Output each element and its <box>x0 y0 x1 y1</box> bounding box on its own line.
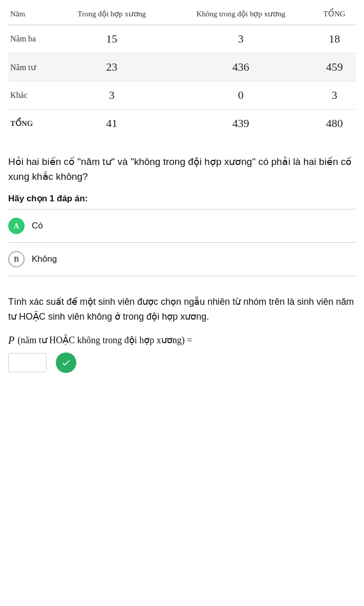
question-text: Hỏi hai biến cố "năm tư" và "không trong… <box>8 155 356 184</box>
row-label-1: Năm tư <box>8 53 55 81</box>
col-header-nam: Năm <box>8 5 55 25</box>
table-section: Năm Trong đội hợp xương Không trong đội … <box>0 0 364 142</box>
option-b-text: Không <box>32 254 57 264</box>
table-row: Khác 3 0 3 <box>8 81 356 110</box>
table-footer-row: TỔNG 41 439 480 <box>8 110 356 138</box>
row-col2-0: 3 <box>168 25 313 53</box>
table-row: Năm tư 23 436 459 <box>8 53 356 81</box>
option-b-badge: B <box>8 251 25 267</box>
footer-col1: 41 <box>55 110 168 138</box>
check-icon <box>61 358 71 368</box>
row-label-2: Khác <box>8 81 55 110</box>
row-label-0: Năm ba <box>8 25 55 53</box>
option-b[interactable]: B Không <box>8 243 356 276</box>
row-col1-0: 15 <box>55 25 168 53</box>
formula-p-italic: P <box>8 335 14 346</box>
row-col1-2: 3 <box>55 81 168 110</box>
row-col3-0: 18 <box>313 25 356 53</box>
col-header-tong: TỔNG <box>313 5 356 25</box>
row-col3-1: 459 <box>313 53 356 81</box>
options-section: A Có B Không <box>8 209 356 276</box>
row-col3-2: 3 <box>313 81 356 110</box>
option-a[interactable]: A Có <box>8 210 356 243</box>
row-col2-2: 0 <box>168 81 313 110</box>
choose-label: Hãy chọn 1 đáp án: <box>8 193 356 204</box>
question-section: Hỏi hai biến cố "năm tư" và "không trong… <box>0 142 364 282</box>
option-a-text: Có <box>32 221 43 231</box>
footer-col3: 480 <box>313 110 356 138</box>
data-table: Năm Trong đội hợp xương Không trong đội … <box>8 5 356 137</box>
footer-col2: 439 <box>168 110 313 138</box>
table-row: Năm ba 15 3 18 <box>8 25 356 53</box>
bottom-row <box>8 352 356 373</box>
option-a-badge: A <box>8 218 25 234</box>
formula-paren-open: (năm tư HOẶC không trong đội hợp xương) … <box>17 335 192 346</box>
formula-answer-input[interactable] <box>8 353 47 372</box>
probability-section: Tính xác suất để một sinh viên được chọn… <box>0 282 364 381</box>
row-col2-1: 436 <box>168 53 313 81</box>
probability-text: Tính xác suất để một sinh viên được chọn… <box>8 295 356 324</box>
col-header-khong: Không trong đội hợp xương <box>168 5 313 25</box>
row-col1-1: 23 <box>55 53 168 81</box>
formula-line: P (năm tư HOẶC không trong đội hợp xương… <box>8 335 356 346</box>
submit-button[interactable] <box>56 352 76 373</box>
footer-label: TỔNG <box>8 110 55 138</box>
col-header-trong: Trong đội hợp xương <box>55 5 168 25</box>
